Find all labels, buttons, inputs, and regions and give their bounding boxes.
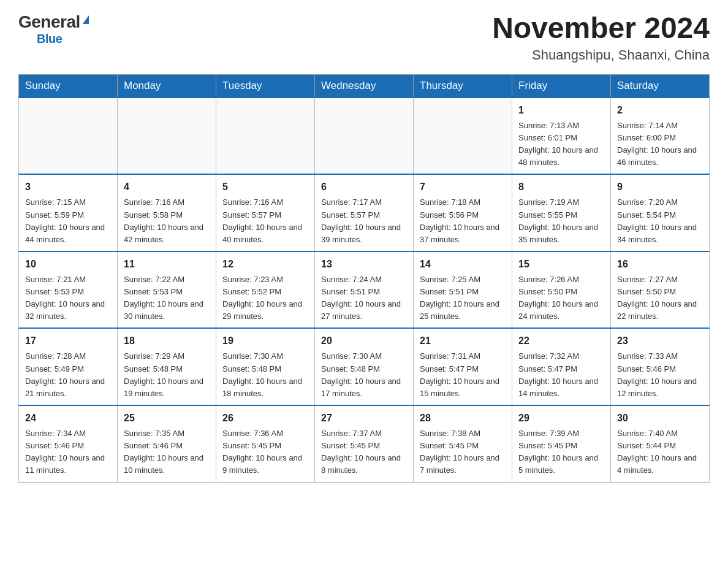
day-info: Sunrise: 7:20 AM Sunset: 5:54 PM Dayligh…: [617, 196, 703, 246]
logo-general: General: [18, 12, 80, 32]
calendar-cell: 29Sunrise: 7:39 AM Sunset: 5:45 PM Dayli…: [512, 405, 611, 482]
calendar-cell: 4Sunrise: 7:16 AM Sunset: 5:58 PM Daylig…: [118, 174, 216, 251]
calendar-cell: 26Sunrise: 7:36 AM Sunset: 5:45 PM Dayli…: [216, 405, 315, 482]
location-title: Shuangshipu, Shaanxi, China: [492, 47, 710, 63]
day-number: 28: [420, 411, 506, 426]
calendar-cell: [216, 98, 315, 175]
calendar-cell: 6Sunrise: 7:17 AM Sunset: 5:57 PM Daylig…: [315, 174, 414, 251]
day-info: Sunrise: 7:29 AM Sunset: 5:48 PM Dayligh…: [124, 350, 210, 400]
day-number: 1: [518, 103, 604, 118]
day-info: Sunrise: 7:23 AM Sunset: 5:52 PM Dayligh…: [222, 274, 308, 323]
day-number: 13: [321, 257, 407, 272]
calendar-cell: 13Sunrise: 7:24 AM Sunset: 5:51 PM Dayli…: [315, 251, 414, 329]
day-info: Sunrise: 7:18 AM Sunset: 5:56 PM Dayligh…: [420, 196, 506, 246]
calendar-cell: 20Sunrise: 7:30 AM Sunset: 5:48 PM Dayli…: [315, 328, 414, 405]
day-info: Sunrise: 7:30 AM Sunset: 5:48 PM Dayligh…: [321, 350, 407, 400]
calendar-cell: 25Sunrise: 7:35 AM Sunset: 5:46 PM Dayli…: [118, 405, 216, 482]
calendar-table: SundayMondayTuesdayWednesdayThursdayFrid…: [18, 74, 710, 483]
day-info: Sunrise: 7:21 AM Sunset: 5:53 PM Dayligh…: [25, 274, 111, 323]
day-info: Sunrise: 7:30 AM Sunset: 5:48 PM Dayligh…: [222, 350, 308, 400]
day-number: 8: [518, 180, 604, 194]
calendar-cell: 27Sunrise: 7:37 AM Sunset: 5:45 PM Dayli…: [315, 405, 414, 482]
col-header-friday: Friday: [512, 74, 611, 98]
day-number: 17: [25, 334, 111, 348]
day-number: 6: [321, 180, 407, 194]
day-info: Sunrise: 7:22 AM Sunset: 5:53 PM Dayligh…: [124, 274, 210, 323]
calendar-cell: 10Sunrise: 7:21 AM Sunset: 5:53 PM Dayli…: [19, 251, 118, 329]
calendar-cell: 17Sunrise: 7:28 AM Sunset: 5:49 PM Dayli…: [19, 328, 118, 405]
calendar-cell: 2Sunrise: 7:14 AM Sunset: 6:00 PM Daylig…: [611, 98, 710, 175]
calendar-cell: 22Sunrise: 7:32 AM Sunset: 5:47 PM Dayli…: [512, 328, 611, 405]
day-info: Sunrise: 7:37 AM Sunset: 5:45 PM Dayligh…: [321, 427, 407, 477]
calendar-week-1: 1Sunrise: 7:13 AM Sunset: 6:01 PM Daylig…: [19, 98, 710, 175]
day-info: Sunrise: 7:14 AM Sunset: 6:00 PM Dayligh…: [617, 120, 703, 169]
day-info: Sunrise: 7:39 AM Sunset: 5:45 PM Dayligh…: [518, 427, 604, 477]
day-number: 30: [617, 411, 703, 426]
calendar-cell: 23Sunrise: 7:33 AM Sunset: 5:46 PM Dayli…: [611, 328, 710, 405]
calendar-week-4: 17Sunrise: 7:28 AM Sunset: 5:49 PM Dayli…: [19, 328, 710, 405]
day-info: Sunrise: 7:35 AM Sunset: 5:46 PM Dayligh…: [124, 427, 210, 477]
logo: General Blue: [18, 12, 89, 46]
day-number: 18: [124, 334, 210, 348]
day-number: 9: [617, 180, 703, 194]
logo-triangle-icon: [83, 15, 89, 24]
day-info: Sunrise: 7:16 AM Sunset: 5:58 PM Dayligh…: [124, 196, 210, 246]
calendar-cell: 18Sunrise: 7:29 AM Sunset: 5:48 PM Dayli…: [118, 328, 216, 405]
calendar-cell: [118, 98, 216, 175]
day-info: Sunrise: 7:33 AM Sunset: 5:46 PM Dayligh…: [617, 350, 703, 400]
calendar-cell: 1Sunrise: 7:13 AM Sunset: 6:01 PM Daylig…: [512, 98, 611, 175]
day-number: 3: [25, 180, 111, 194]
day-info: Sunrise: 7:25 AM Sunset: 5:51 PM Dayligh…: [420, 274, 506, 323]
col-header-sunday: Sunday: [19, 74, 118, 98]
day-info: Sunrise: 7:13 AM Sunset: 6:01 PM Dayligh…: [518, 120, 604, 169]
day-number: 27: [321, 411, 407, 426]
calendar-cell: [414, 98, 512, 175]
day-number: 29: [518, 411, 604, 426]
day-info: Sunrise: 7:31 AM Sunset: 5:47 PM Dayligh…: [420, 350, 506, 400]
calendar-cell: 9Sunrise: 7:20 AM Sunset: 5:54 PM Daylig…: [611, 174, 710, 251]
day-info: Sunrise: 7:36 AM Sunset: 5:45 PM Dayligh…: [222, 427, 308, 477]
calendar-cell: 21Sunrise: 7:31 AM Sunset: 5:47 PM Dayli…: [414, 328, 512, 405]
day-number: 26: [222, 411, 308, 426]
logo-blue: Blue: [37, 32, 62, 46]
day-info: Sunrise: 7:15 AM Sunset: 5:59 PM Dayligh…: [25, 196, 111, 246]
calendar-cell: 5Sunrise: 7:16 AM Sunset: 5:57 PM Daylig…: [216, 174, 315, 251]
calendar-week-5: 24Sunrise: 7:34 AM Sunset: 5:46 PM Dayli…: [19, 405, 710, 482]
calendar-header-row: SundayMondayTuesdayWednesdayThursdayFrid…: [19, 74, 710, 98]
calendar-week-2: 3Sunrise: 7:15 AM Sunset: 5:59 PM Daylig…: [19, 174, 710, 251]
page-header: General Blue November 2024 Shuangshipu, …: [18, 12, 710, 63]
col-header-thursday: Thursday: [414, 74, 512, 98]
day-info: Sunrise: 7:17 AM Sunset: 5:57 PM Dayligh…: [321, 196, 407, 246]
day-number: 24: [25, 411, 111, 426]
calendar-cell: 30Sunrise: 7:40 AM Sunset: 5:44 PM Dayli…: [611, 405, 710, 482]
day-number: 25: [124, 411, 210, 426]
day-number: 20: [321, 334, 407, 348]
day-info: Sunrise: 7:32 AM Sunset: 5:47 PM Dayligh…: [518, 350, 604, 400]
calendar-cell: 28Sunrise: 7:38 AM Sunset: 5:45 PM Dayli…: [414, 405, 512, 482]
calendar-cell: 7Sunrise: 7:18 AM Sunset: 5:56 PM Daylig…: [414, 174, 512, 251]
day-number: 2: [617, 103, 703, 118]
day-number: 5: [222, 180, 308, 194]
day-info: Sunrise: 7:16 AM Sunset: 5:57 PM Dayligh…: [222, 196, 308, 246]
calendar-cell: [315, 98, 414, 175]
day-info: Sunrise: 7:40 AM Sunset: 5:44 PM Dayligh…: [617, 427, 703, 477]
calendar-cell: 24Sunrise: 7:34 AM Sunset: 5:46 PM Dayli…: [19, 405, 118, 482]
calendar-week-3: 10Sunrise: 7:21 AM Sunset: 5:53 PM Dayli…: [19, 251, 710, 329]
calendar-cell: 12Sunrise: 7:23 AM Sunset: 5:52 PM Dayli…: [216, 251, 315, 329]
day-info: Sunrise: 7:26 AM Sunset: 5:50 PM Dayligh…: [518, 274, 604, 323]
day-number: 14: [420, 257, 506, 272]
calendar-cell: 11Sunrise: 7:22 AM Sunset: 5:53 PM Dayli…: [118, 251, 216, 329]
calendar-cell: 3Sunrise: 7:15 AM Sunset: 5:59 PM Daylig…: [19, 174, 118, 251]
calendar-cell: 16Sunrise: 7:27 AM Sunset: 5:50 PM Dayli…: [611, 251, 710, 329]
day-info: Sunrise: 7:19 AM Sunset: 5:55 PM Dayligh…: [518, 196, 604, 246]
day-info: Sunrise: 7:24 AM Sunset: 5:51 PM Dayligh…: [321, 274, 407, 323]
col-header-wednesday: Wednesday: [315, 74, 414, 98]
day-number: 22: [518, 334, 604, 348]
day-number: 19: [222, 334, 308, 348]
day-number: 16: [617, 257, 703, 272]
calendar-cell: [19, 98, 118, 175]
day-info: Sunrise: 7:34 AM Sunset: 5:46 PM Dayligh…: [25, 427, 111, 477]
day-info: Sunrise: 7:27 AM Sunset: 5:50 PM Dayligh…: [617, 274, 703, 323]
col-header-monday: Monday: [118, 74, 216, 98]
day-number: 15: [518, 257, 604, 272]
